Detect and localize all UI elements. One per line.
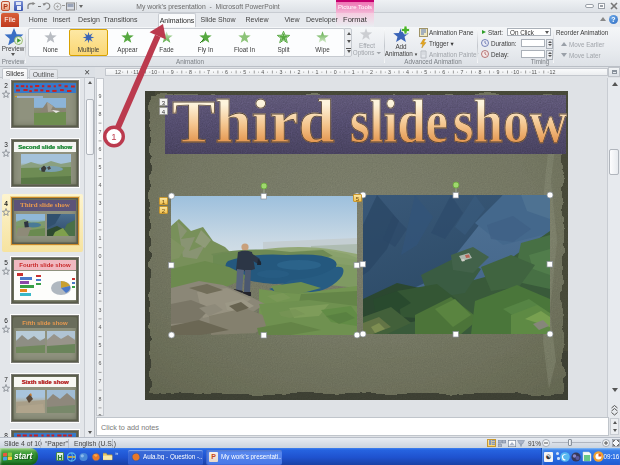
svg-text:1: 1	[111, 131, 116, 142]
